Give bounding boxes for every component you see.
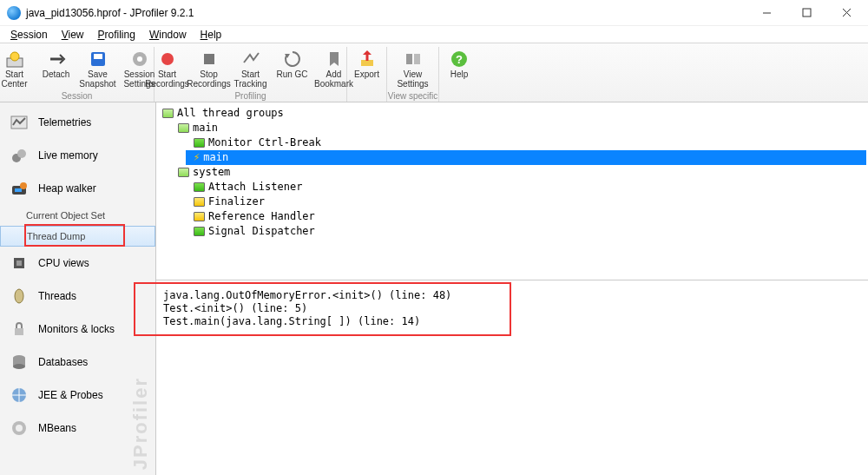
tree-node-label: main <box>203 150 228 165</box>
tree-node-main-group[interactable]: main <box>175 121 866 135</box>
thread-waiting-icon <box>194 197 205 207</box>
sidebar-item-label: Live memory <box>38 149 98 162</box>
menu-view[interactable]: View <box>55 27 91 43</box>
svg-point-23 <box>20 182 27 189</box>
save-snapshot-icon <box>88 49 108 69</box>
tree-node-label: main <box>193 121 218 135</box>
start-recordings-button[interactable]: Start Recordings <box>148 47 187 90</box>
main-area: Telemetries Live memory Heap walker Curr… <box>0 102 868 475</box>
tree-node-label: Monitor Ctrl-Break <box>208 135 321 150</box>
content: All thread groups main Monitor Ctrl-Brea… <box>156 102 868 475</box>
threads-icon <box>9 286 30 307</box>
tree-node-system-group[interactable]: system <box>175 165 866 180</box>
toolbtn-label: Stop Recordings <box>187 70 231 89</box>
thread-group-icon <box>162 109 174 118</box>
bookmark-icon <box>324 49 345 69</box>
sidebar-item-label: Heap walker <box>38 182 96 195</box>
svg-text:?: ? <box>456 53 463 66</box>
recycle-icon <box>282 49 303 69</box>
sidebar-item-label: JEE & Probes <box>38 389 103 401</box>
tree-node-monitor-ctrl-break[interactable]: Monitor Ctrl-Break <box>191 135 866 150</box>
sidebar-item-label: Monitors & locks <box>38 323 115 335</box>
app-icon <box>7 6 21 20</box>
svg-rect-11 <box>204 54 214 64</box>
svg-point-9 <box>137 56 142 62</box>
window-title: java_pid13056.hprof - JProfiler 9.2.1 <box>26 7 194 19</box>
tree-node-all-thread-groups[interactable]: All thread groups <box>160 106 866 121</box>
toolbtn-label: Run GC <box>276 70 307 80</box>
toolbtn-label: Help <box>450 70 469 80</box>
svg-point-21 <box>17 149 26 158</box>
sidebar-item-label: Current Object Set <box>26 210 105 221</box>
stack-trace-pane[interactable]: java.lang.OutOfMemoryError.<init>() (lin… <box>156 280 868 475</box>
tree-node-label: Finalizer <box>208 195 265 209</box>
stop-recordings-button[interactable]: Stop Recordings <box>190 47 228 90</box>
svg-rect-1 <box>803 9 811 16</box>
maximize-button[interactable] <box>786 0 826 26</box>
run-gc-button[interactable]: Run GC <box>273 47 312 90</box>
thread-tree-pane[interactable]: All thread groups main Monitor Ctrl-Brea… <box>156 102 868 280</box>
menu-session[interactable]: Session <box>3 27 55 43</box>
record-icon <box>157 49 178 69</box>
toolbtn-label: Start Tracking <box>232 70 270 89</box>
sidebar-item-label: Telemetries <box>38 116 91 129</box>
sidebar-item-databases[interactable]: Databases <box>0 346 155 379</box>
sidebar-item-live-memory[interactable]: Live memory <box>0 139 155 172</box>
menu-help[interactable]: Help <box>194 27 229 43</box>
telemetries-icon <box>9 112 30 133</box>
heap-walker-icon <box>9 178 30 199</box>
detach-button[interactable]: Detach <box>37 47 76 90</box>
svg-rect-15 <box>406 54 412 64</box>
sidebar-item-cpu-views[interactable]: CPU views <box>0 247 155 280</box>
tree-node-reference-handler[interactable]: Reference Handler <box>191 209 866 224</box>
start-center-button[interactable]: Start Center <box>0 47 34 90</box>
sidebar: Telemetries Live memory Heap walker Curr… <box>0 102 156 475</box>
toolbtn-label: View Settings <box>394 70 432 89</box>
svg-marker-14 <box>363 50 372 55</box>
thread-group-icon <box>178 168 189 177</box>
sidebar-item-telemetries[interactable]: Telemetries <box>0 106 155 139</box>
svg-rect-13 <box>361 60 373 66</box>
thread-runnable-icon <box>194 227 205 236</box>
thread-runnable-icon <box>194 138 205 148</box>
tracking-icon <box>240 49 261 69</box>
tree-node-attach-listener[interactable]: Attach Listener <box>191 180 866 195</box>
sidebar-item-heap-walker[interactable]: Heap walker <box>0 172 155 205</box>
sidebar-item-thread-dump[interactable]: Thread Dump <box>0 226 155 247</box>
toolbtn-label: Start Recordings <box>145 70 189 89</box>
svg-rect-7 <box>94 54 102 59</box>
toolbtn-label: Start Center <box>0 70 34 89</box>
minimize-button[interactable] <box>746 0 786 26</box>
thread-group-icon <box>178 123 189 133</box>
jprofiler-watermark: JProfiler <box>129 377 152 470</box>
view-settings-button[interactable]: View Settings <box>394 47 432 90</box>
tree-node-label: Signal Dispatcher <box>208 224 315 239</box>
tree-node-main-thread[interactable]: ⚡main <box>186 150 866 165</box>
menu-window[interactable]: Window <box>142 27 194 43</box>
close-button[interactable] <box>826 0 866 26</box>
svg-point-10 <box>161 53 174 65</box>
toolgroup-session-label: Session <box>0 91 154 101</box>
export-button[interactable]: Export <box>348 47 386 82</box>
svg-rect-28 <box>15 328 23 335</box>
svg-point-31 <box>13 364 25 369</box>
sidebar-item-label: Threads <box>38 290 76 302</box>
toolbtn-label: Save Snapshot <box>79 70 117 89</box>
titlebar: java_pid13056.hprof - JProfiler 9.2.1 <box>0 0 868 26</box>
svg-rect-16 <box>414 54 420 64</box>
svg-rect-26 <box>16 261 22 266</box>
thread-waiting-icon <box>194 212 205 221</box>
menu-profiling[interactable]: Profiling <box>91 27 142 43</box>
sidebar-item-current-object-set[interactable]: Current Object Set <box>0 205 155 226</box>
sidebar-item-label: MBeans <box>38 422 76 434</box>
sidebar-item-monitors-locks[interactable]: Monitors & locks <box>0 313 155 346</box>
save-snapshot-button[interactable]: Save Snapshot <box>79 47 117 90</box>
tree-node-label: Reference Handler <box>208 209 315 224</box>
start-tracking-button[interactable]: Start Tracking <box>232 47 270 90</box>
view-settings-icon <box>403 49 424 69</box>
sidebar-item-threads[interactable]: Threads <box>0 280 155 313</box>
database-icon <box>9 352 30 373</box>
tree-node-signal-dispatcher[interactable]: Signal Dispatcher <box>191 224 866 239</box>
tree-node-finalizer[interactable]: Finalizer <box>191 195 866 209</box>
help-button[interactable]: ?Help <box>440 47 478 82</box>
